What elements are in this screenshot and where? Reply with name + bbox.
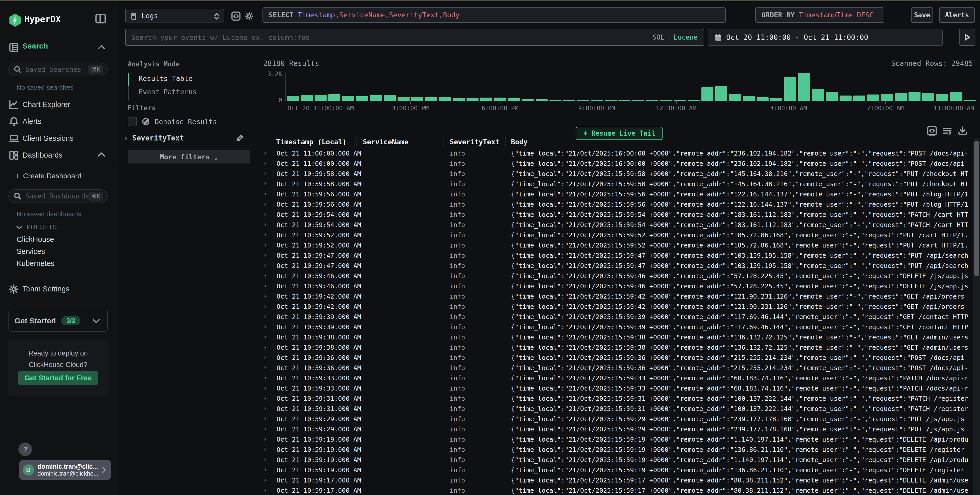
order-by-input[interactable]: ORDER BY TimestampTime DESC [755, 7, 884, 23]
row-expand-icon[interactable]: › [263, 333, 267, 341]
histogram-bar[interactable] [715, 86, 727, 100]
histogram-bar[interactable] [619, 100, 630, 100]
histogram-bar[interactable] [950, 92, 962, 100]
row-expand-icon[interactable]: › [263, 302, 267, 310]
table-row[interactable]: ›Oct 21 10:59:47.000 AMinfo{"time_local"… [258, 251, 973, 261]
row-expand-icon[interactable]: › [263, 180, 267, 187]
get-started-free-button[interactable]: Get Started for Free [18, 371, 98, 385]
table-row[interactable]: ›Oct 21 10:59:39.000 AMinfo{"time_local"… [258, 312, 973, 322]
preset-clickhouse[interactable]: ClickHouse [17, 235, 54, 244]
sidebar-item-alerts[interactable]: Alerts [0, 115, 116, 129]
row-expand-icon[interactable]: › [263, 251, 267, 259]
histogram-bar[interactable] [480, 97, 492, 100]
histogram-bar[interactable] [660, 100, 672, 100]
histogram-bar[interactable] [646, 100, 658, 100]
language-toggle[interactable]: SQL|Lucene [652, 33, 698, 41]
table-row[interactable]: ›Oct 21 10:59:33.000 AMinfo{"time_local"… [258, 373, 973, 384]
histogram-bar[interactable] [895, 93, 907, 100]
histogram-bar[interactable] [466, 98, 479, 100]
column-resize-handle[interactable] [356, 137, 357, 146]
row-expand-icon[interactable]: › [263, 395, 267, 402]
row-expand-icon[interactable]: › [263, 313, 267, 320]
histogram-bar[interactable] [398, 97, 410, 100]
scrollbar-thumb[interactable] [974, 141, 979, 276]
histogram-bar[interactable] [563, 100, 575, 100]
row-expand-icon[interactable]: › [263, 446, 267, 453]
table-row[interactable]: ›Oct 21 10:59:54.000 AMinfo{"time_local"… [258, 210, 973, 220]
row-expand-icon[interactable]: › [263, 374, 267, 381]
row-expand-icon[interactable]: › [263, 384, 267, 392]
row-expand-icon[interactable]: › [263, 466, 267, 473]
histogram-bar[interactable] [439, 97, 451, 100]
row-expand-icon[interactable]: › [263, 210, 267, 218]
collapse-sidebar-icon[interactable] [95, 14, 106, 24]
denoise-label[interactable]: Denoise Results [155, 118, 217, 126]
row-expand-icon[interactable]: › [263, 364, 267, 371]
histogram-bar[interactable] [840, 95, 851, 100]
table-row[interactable]: ›Oct 21 10:59:31.000 AMinfo{"time_local"… [258, 394, 973, 404]
histogram-bar[interactable] [577, 100, 589, 100]
histogram-bar[interactable] [384, 95, 396, 100]
histogram-bar[interactable] [853, 95, 865, 100]
row-expand-icon[interactable]: › [263, 159, 267, 167]
run-query-button[interactable] [959, 29, 975, 46]
histogram-bar[interactable] [425, 97, 437, 100]
create-dashboard-button[interactable]: +Create Dashboard [15, 172, 81, 180]
query-settings-gear-icon[interactable] [244, 11, 254, 21]
table-row[interactable]: ›Oct 21 10:59:19.000 AMinfo{"time_local"… [258, 465, 973, 476]
help-button[interactable]: ? [18, 442, 32, 456]
code-view-icon[interactable] [231, 11, 241, 21]
date-range-picker[interactable]: Oct 20 11:00:00 - Oct 21 11:00:00 [708, 29, 943, 46]
row-expand-icon[interactable]: › [263, 415, 267, 422]
more-filters-button[interactable]: More filters ⌄ [128, 150, 250, 164]
histogram-bar[interactable] [536, 99, 548, 101]
table-row[interactable]: ›Oct 21 10:59:19.000 AMinfo{"time_local"… [258, 455, 973, 465]
histogram-bar[interactable] [784, 77, 796, 100]
histogram-bar[interactable] [908, 92, 921, 100]
table-row[interactable]: ›Oct 21 10:59:38.000 AMinfo{"time_local"… [258, 343, 973, 353]
save-button[interactable]: Save [911, 7, 933, 23]
row-expand-icon[interactable]: › [263, 323, 267, 330]
row-expand-settings-icon[interactable] [927, 126, 937, 136]
histogram-bar[interactable] [315, 95, 326, 100]
preset-kubernetes[interactable]: Kubernetes [17, 259, 54, 268]
row-expand-icon[interactable]: › [263, 282, 267, 290]
search-events-input[interactable]: Search your events w/ Lucene ex. column:… [125, 29, 704, 46]
table-row[interactable]: ›Oct 21 10:59:56.000 AMinfo{"time_local"… [258, 200, 973, 210]
histogram-bar[interactable] [702, 88, 713, 100]
histogram-bar[interactable] [328, 94, 340, 100]
pin-icon[interactable] [235, 134, 244, 143]
histogram-bar[interactable] [301, 95, 313, 100]
histogram-bar[interactable] [356, 96, 368, 100]
denoise-checkbox[interactable] [128, 117, 137, 126]
histogram-bar[interactable] [770, 98, 783, 100]
histogram-bar[interactable] [605, 100, 617, 100]
sidebar-item-client-sessions[interactable]: Client Sessions [0, 132, 116, 146]
table-row[interactable]: ›Oct 21 10:59:19.000 AMinfo{"time_local"… [258, 445, 973, 455]
column-resize-handle[interactable] [505, 137, 506, 146]
row-expand-icon[interactable]: › [263, 149, 267, 157]
table-row[interactable]: ›Oct 21 10:59:47.000 AMinfo{"time_local"… [258, 261, 973, 271]
col-timestamp[interactable]: Timestamp (Local) [276, 138, 347, 146]
row-expand-icon[interactable]: › [263, 231, 267, 238]
histogram-bar[interactable] [287, 96, 299, 100]
row-expand-icon[interactable]: › [263, 404, 267, 412]
row-expand-icon[interactable]: › [263, 343, 267, 351]
row-expand-icon[interactable]: › [263, 435, 267, 442]
row-expand-icon[interactable]: › [263, 200, 267, 208]
table-row[interactable]: ›Oct 21 10:59:33.000 AMinfo{"time_local"… [258, 384, 973, 394]
table-row[interactable]: ›Oct 21 10:59:39.000 AMinfo{"time_local"… [258, 322, 973, 333]
histogram-bar[interactable] [508, 98, 520, 100]
col-severitytext[interactable]: SeverityText [450, 138, 500, 146]
histogram-bar[interactable] [867, 94, 879, 100]
histogram-bar[interactable] [549, 100, 562, 100]
table-row[interactable]: ›Oct 21 10:59:58.000 AMinfo{"time_local"… [258, 169, 973, 179]
sidebar-item-dashboards[interactable]: Dashboards [0, 148, 116, 163]
histogram-bar[interactable] [812, 89, 824, 100]
histogram-bar[interactable] [936, 94, 948, 100]
select-clause-input[interactable]: SELECT Timestamp,ServiceName,SeverityTex… [262, 7, 726, 23]
preset-services[interactable]: Services [17, 247, 45, 256]
table-row[interactable]: ›Oct 21 10:59:56.000 AMinfo{"time_local"… [258, 189, 973, 200]
table-row[interactable]: ›Oct 21 10:59:46.000 AMinfo{"time_local"… [258, 271, 973, 282]
sidebar-item-search[interactable]: Search [0, 40, 116, 56]
